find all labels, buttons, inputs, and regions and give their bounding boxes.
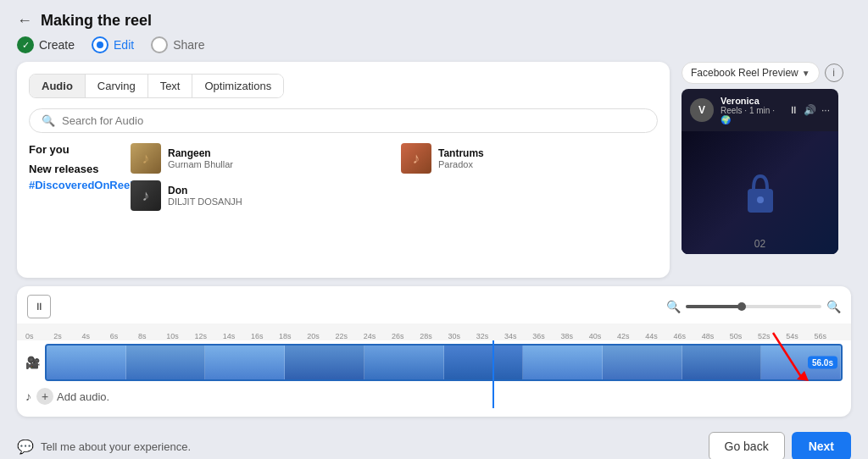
audio-item-rangeen[interactable]: ♪ Rangeen Gurnam Bhullar — [131, 143, 387, 174]
zoom-in-icon[interactable]: 🔍 — [826, 300, 841, 313]
ruler-label-30: 30s — [448, 332, 476, 340]
tab-text[interactable]: Text — [148, 75, 193, 97]
video-camera-icon: 🎥 — [25, 356, 40, 369]
audio-artist-don: DILJIT DOSANJH — [168, 196, 242, 207]
ruler-label-44: 44s — [645, 332, 673, 340]
audio-list: ♪ Rangeen Gurnam Bhullar ♪ Tantrums — [131, 143, 658, 211]
audio-item-tantrums[interactable]: ♪ Tantrums Paradox — [401, 143, 658, 174]
zoom-slider[interactable] — [686, 305, 821, 308]
preview-user-info: Veronica Reels · 1 min · 🌍 — [721, 96, 782, 124]
music-note-icon: ♪ — [25, 390, 31, 403]
audio-row-2: ♪ Don DILJIT DOSANJH — [131, 180, 658, 211]
search-box[interactable]: 🔍 — [29, 108, 658, 133]
audio-row-1: ♪ Rangeen Gurnam Bhullar ♪ Tantrums — [131, 143, 658, 174]
video-segment-4 — [285, 346, 364, 379]
step-active-icon — [92, 36, 108, 53]
next-button[interactable]: Next — [792, 432, 851, 459]
back-arrow-icon[interactable]: ← — [17, 12, 32, 30]
volume-icon[interactable]: 🔊 — [804, 104, 816, 116]
tab-optimizations[interactable]: Optimizations — [192, 75, 283, 97]
for-you-label: For you — [29, 143, 122, 156]
ruler-label-42: 42s — [617, 332, 645, 340]
pause-button[interactable]: ⏸ — [27, 295, 51, 318]
step-check-icon: ✓ — [17, 36, 34, 53]
add-audio-label: Add audio. — [57, 390, 109, 403]
footer-actions: Go back Next — [709, 432, 852, 459]
video-strip-row: 🎥 56.0s — [17, 340, 851, 384]
audio-info-rangeen: Rangeen Gurnam Bhullar — [168, 147, 233, 169]
info-icon[interactable]: i — [825, 64, 843, 82]
timeline-ruler: 0s 2s 4s 6s 8s 10s 12s 14s 16s 18s 20s 2… — [17, 324, 851, 340]
discover-tag-link[interactable]: #DiscoveredOnReels — [29, 179, 122, 191]
ruler-label-32: 32s — [476, 332, 504, 340]
step-edit[interactable]: Edit — [92, 36, 134, 53]
ruler-label-46: 46s — [673, 332, 701, 340]
ruler-label-36: 36s — [532, 332, 560, 340]
step-create[interactable]: ✓ Create — [17, 36, 75, 53]
go-back-button[interactable]: Go back — [709, 432, 785, 459]
preview-controls: ⏸ 🔊 ··· — [788, 104, 830, 116]
avatar-letter: V — [698, 104, 705, 116]
timeline-playhead — [492, 340, 494, 408]
ruler-label-2: 2s — [53, 332, 81, 340]
video-duration-badge: 56.0s — [808, 357, 837, 369]
ruler-label-40: 40s — [589, 332, 617, 340]
audio-thumb-rangeen: ♪ — [131, 143, 161, 174]
add-audio-plus-icon: + — [36, 388, 53, 405]
video-segment-1 — [47, 346, 126, 379]
svg-point-1 — [757, 196, 764, 203]
lock-icon — [739, 168, 782, 218]
left-panel: Audio Carving Text Optimizations 🔍 For y… — [17, 62, 670, 278]
audio-item-don[interactable]: ♪ Don DILJIT DOSANJH — [131, 180, 658, 211]
audio-left-labels: For you New releases #DiscoveredOnReels — [29, 143, 122, 211]
ruler-label-10: 10s — [166, 332, 194, 340]
video-segment-3 — [205, 346, 285, 379]
steps-bar: ✓ Create Edit Share — [0, 36, 868, 62]
avatar: V — [690, 98, 714, 122]
ruler-label-28: 28s — [420, 332, 448, 340]
video-segment-7 — [523, 346, 603, 379]
ruler-label-22: 22s — [336, 332, 364, 340]
feedback-label: Tell me about your experience. — [41, 440, 191, 453]
video-segment-9 — [682, 346, 762, 379]
audio-name-don: Don — [168, 185, 242, 196]
zoom-slider-fill — [686, 305, 740, 308]
ruler-label-52: 52s — [758, 332, 786, 340]
ruler-label-26: 26s — [392, 332, 420, 340]
footer: 💬 Tell me about your experience. Go back… — [0, 423, 868, 459]
add-audio-button[interactable]: + Add audio. — [36, 388, 109, 405]
audio-name-rangeen: Rangeen — [168, 147, 233, 159]
search-icon: 🔍 — [42, 114, 55, 127]
video-segment-6 — [444, 346, 524, 379]
ruler-label-38: 38s — [560, 332, 588, 340]
ruler-label-8: 8s — [138, 332, 166, 340]
ruler-label-16: 16s — [251, 332, 279, 340]
video-strip[interactable]: 56.0s — [45, 344, 843, 381]
pause-icon[interactable]: ⏸ — [788, 104, 798, 116]
more-icon[interactable]: ··· — [821, 104, 830, 116]
timeline-controls: ⏸ 🔍 🔍 — [17, 295, 851, 318]
zoom-out-icon[interactable]: 🔍 — [666, 300, 681, 313]
step-edit-label: Edit — [114, 38, 134, 52]
step-share[interactable]: Share — [151, 36, 204, 53]
new-releases-label: New releases — [29, 163, 122, 175]
preview-top-bar: V Veronica Reels · 1 min · 🌍 ⏸ 🔊 ··· — [682, 89, 838, 131]
main-area: Audio Carving Text Optimizations 🔍 For y… — [0, 62, 868, 278]
tab-audio[interactable]: Audio — [30, 75, 86, 97]
feedback-area: 💬 Tell me about your experience. — [17, 439, 191, 455]
video-segment-5 — [364, 346, 444, 379]
preview-subtitle: Reels · 1 min · 🌍 — [721, 106, 782, 124]
tab-carving[interactable]: Carving — [86, 75, 148, 97]
ruler-label-56: 56s — [815, 332, 843, 340]
audio-thumb-don: ♪ — [131, 180, 161, 211]
search-input[interactable] — [62, 114, 645, 127]
ruler-label-18: 18s — [279, 332, 307, 340]
preview-header: Facebook Reel Preview ▼ i — [682, 62, 843, 84]
video-segment-8 — [603, 346, 682, 379]
preview-dropdown-label: Facebook Reel Preview — [691, 67, 798, 79]
audio-strip-row: ♪ + Add audio. — [17, 384, 851, 408]
preview-dropdown[interactable]: Facebook Reel Preview ▼ — [682, 62, 820, 84]
video-segment-2 — [126, 346, 206, 379]
audio-artist-rangeen: Gurnam Bhullar — [168, 159, 233, 169]
preview-number: 02 — [754, 238, 765, 250]
